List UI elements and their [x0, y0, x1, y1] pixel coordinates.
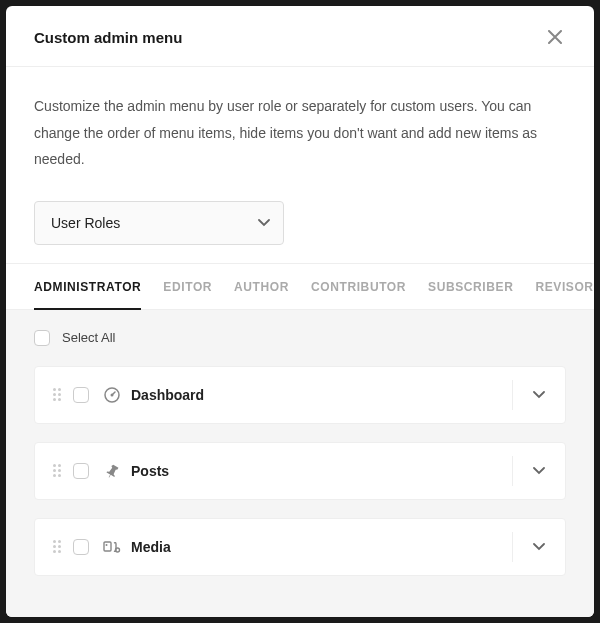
menu-item-posts: Posts [34, 442, 566, 500]
tab-administrator[interactable]: ADMINISTRATOR [34, 264, 141, 310]
tab-contributor[interactable]: CONTRIBUTOR [311, 264, 406, 310]
drag-handle-icon[interactable] [53, 540, 61, 553]
modal-header: Custom admin menu [6, 6, 594, 67]
drag-handle-icon[interactable] [53, 388, 61, 401]
svg-point-3 [106, 544, 108, 546]
close-button[interactable] [544, 26, 566, 48]
divider [512, 456, 513, 486]
divider [512, 532, 513, 562]
item-label: Media [131, 539, 502, 555]
tab-author[interactable]: AUTHOR [234, 264, 289, 310]
item-checkbox[interactable] [73, 463, 89, 479]
select-all-row[interactable]: Select All [34, 330, 566, 346]
item-label: Posts [131, 463, 502, 479]
menu-item-media: Media [34, 518, 566, 576]
scope-select-wrap: User Roles [34, 201, 284, 245]
item-checkbox[interactable] [73, 539, 89, 555]
scope-select-value: User Roles [51, 215, 120, 231]
role-tabs: ADMINISTRATOR EDITOR AUTHOR CONTRIBUTOR … [6, 263, 594, 310]
expand-button[interactable] [527, 537, 551, 557]
select-all-label: Select All [62, 330, 115, 345]
item-checkbox[interactable] [73, 387, 89, 403]
svg-rect-2 [104, 542, 111, 551]
item-label: Dashboard [131, 387, 502, 403]
scope-select[interactable]: User Roles [34, 201, 284, 245]
pin-icon [103, 462, 121, 480]
tab-subscriber[interactable]: SUBSCRIBER [428, 264, 513, 310]
tab-editor[interactable]: EDITOR [163, 264, 212, 310]
menu-item-dashboard: Dashboard [34, 366, 566, 424]
modal-body: Customize the admin menu by user role or… [6, 67, 594, 263]
select-all-checkbox[interactable] [34, 330, 50, 346]
media-icon [103, 538, 121, 556]
dashboard-icon [103, 386, 121, 404]
drag-handle-icon[interactable] [53, 464, 61, 477]
custom-admin-menu-modal: Custom admin menu Customize the admin me… [6, 6, 594, 617]
svg-point-1 [111, 393, 114, 396]
menu-items-section: Select All Dashboard [6, 310, 594, 617]
chevron-down-icon [533, 391, 545, 399]
expand-button[interactable] [527, 461, 551, 481]
chevron-down-icon [533, 467, 545, 475]
modal-title: Custom admin menu [34, 29, 182, 46]
tab-revisor[interactable]: REVISOR [535, 264, 593, 310]
close-icon [548, 30, 562, 44]
chevron-down-icon [533, 543, 545, 551]
divider [512, 380, 513, 410]
svg-point-4 [116, 548, 120, 552]
expand-button[interactable] [527, 385, 551, 405]
description-text: Customize the admin menu by user role or… [34, 93, 566, 173]
